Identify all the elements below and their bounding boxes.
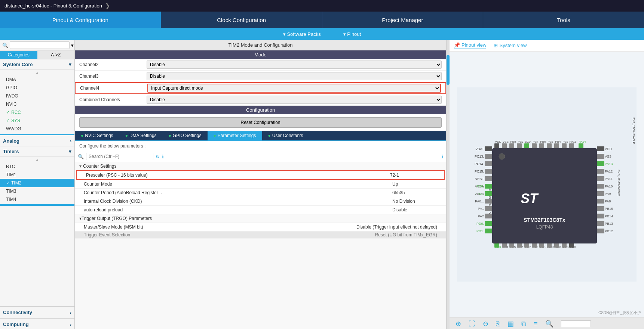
sidebar-item-tim4[interactable]: TIM4	[0, 195, 74, 204]
param-autoreload: auto-reload preload Disable	[75, 206, 446, 214]
sidebar-item-sys[interactable]: SYS	[0, 117, 74, 125]
tab-dma-settings[interactable]: ● DMA Settings	[119, 131, 163, 140]
fit-icon[interactable]: ⛶	[469, 320, 475, 328]
sidebar-item-wwdg[interactable]: WWDG	[0, 125, 74, 133]
search-params-icon: 🔍	[78, 154, 84, 159]
svg-rect-72	[569, 143, 574, 149]
sidebar-item-iwdg[interactable]: IWDG	[0, 92, 74, 100]
right-panel: 📌 Pinout view ⊞ System view SYS_JTCK-SWC…	[450, 40, 644, 329]
tab-pinout-view[interactable]: 📌 Pinout view	[454, 42, 486, 49]
channel4-select[interactable]: Input Capture direct mode	[147, 84, 441, 93]
svg-text:PC15.: PC15.	[475, 170, 484, 173]
sidebar-section-connectivity[interactable]: Connectivity ›	[0, 306, 74, 318]
reset-config-button[interactable]: Reset Configuration	[79, 117, 442, 128]
copy-icon[interactable]: ⎘	[496, 320, 500, 328]
subnav-software-packs[interactable]: ▾ Software Packs	[283, 31, 321, 37]
tab-clock-configuration[interactable]: Clock Configuration	[161, 12, 322, 28]
tab-project-manager[interactable]: Project Manager	[322, 12, 484, 28]
list-icon[interactable]: ≡	[534, 320, 538, 328]
params-header: Configure the below parameters :	[75, 141, 446, 151]
svg-rect-70	[554, 143, 559, 149]
svg-rect-105	[485, 184, 492, 189]
channel2-select[interactable]: Disable	[147, 60, 442, 69]
sidebar-item-dma[interactable]: DMA	[0, 75, 74, 84]
sidebar-section-computing[interactable]: Computing ›	[0, 318, 74, 329]
svg-text:PA15: PA15	[570, 140, 577, 143]
tab-categories[interactable]: Categories	[0, 51, 37, 59]
split-icon[interactable]: ⧉	[521, 320, 526, 328]
svg-text:PA0...: PA0...	[475, 199, 484, 203]
sidebar-item-gpio[interactable]: GPIO	[0, 84, 74, 92]
sidebar-search-input[interactable]	[10, 41, 70, 49]
svg-text:NRST: NRST	[475, 177, 484, 181]
svg-point-101	[499, 153, 505, 159]
tab-nvic-settings[interactable]: ● NVIC Settings	[75, 131, 119, 140]
sidebar-section-analog[interactable]: Analog ›	[0, 136, 74, 146]
combined-channels-select[interactable]: Disable	[147, 96, 442, 104]
svg-text:PA11: PA11	[605, 177, 613, 181]
center-scrollbar[interactable]	[447, 40, 450, 329]
tab-tools[interactable]: Tools	[483, 12, 644, 28]
svg-rect-39	[597, 154, 604, 159]
param-counter-mode: Counter Mode Up	[75, 180, 446, 189]
dropdown-icon[interactable]: ▾	[71, 43, 74, 48]
channel3-select[interactable]: Disable	[147, 72, 442, 80]
tab-pinout-configuration[interactable]: Pinout & Configuration	[0, 12, 161, 28]
svg-rect-23	[485, 199, 492, 204]
sidebar-item-tim1[interactable]: TIM1	[0, 171, 74, 179]
zoom-out-icon[interactable]: ⊖	[483, 320, 488, 328]
svg-text:BC0.: BC0.	[525, 140, 531, 143]
params-search-input[interactable]	[86, 153, 153, 160]
svg-rect-96	[485, 221, 492, 226]
settings-tabs: ● NVIC Settings ● DMA Settings ● GPIO Se…	[75, 131, 446, 141]
params-search-bar: 🔍 ↻ ℹ ℹ	[75, 151, 446, 162]
mode-section-header: Mode	[75, 50, 446, 59]
main-layout: 🔍 ▾ ⚙ Categories A->Z System Core ▾ ▲ DM…	[0, 40, 644, 329]
sidebar-section-system-core[interactable]: System Core ▾	[0, 59, 74, 70]
chip-area: SYS_JTCK-SWCLK TIM2_CH4 RCC_OSC_IN RCC_O…	[450, 52, 644, 317]
search-bottom-icon[interactable]: 🔍	[545, 320, 553, 328]
layout-icon[interactable]: ▦	[507, 320, 514, 328]
svg-text:PB7: PB7	[533, 140, 539, 143]
svg-text:PD0.: PD0.	[476, 222, 484, 226]
chevron-down-icon-timers: ▾	[69, 149, 71, 154]
svg-text:PA10: PA10	[605, 184, 613, 188]
svg-text:VDD: VDD	[495, 140, 502, 143]
sidebar-section-timers[interactable]: Timers ▾	[0, 146, 74, 157]
tab-az[interactable]: A->Z	[37, 51, 75, 59]
chevron-right-icon: ›	[70, 138, 71, 144]
zoom-in-icon[interactable]: ⊕	[456, 320, 461, 328]
sidebar-item-tim2[interactable]: ✓ TIM2	[0, 179, 74, 187]
svg-rect-71	[562, 143, 567, 149]
svg-text:PB9: PB9	[518, 140, 524, 143]
sidebar-item-rtc[interactable]: RTC	[0, 162, 74, 171]
sidebar-item-tim3[interactable]: TIM3	[0, 187, 74, 195]
sidebar-tabs: Categories A->Z	[0, 51, 74, 59]
svg-text:PB15: PB15	[605, 207, 613, 211]
tab-user-constants[interactable]: ● User Constants	[262, 131, 309, 140]
subnav-pinout[interactable]: ▾ Pinout	[343, 31, 361, 37]
info-right-icon[interactable]: ℹ	[441, 154, 443, 159]
svg-text:PD0.: PD0.	[476, 184, 484, 188]
svg-text:PA12: PA12	[605, 170, 613, 173]
svg-text:PA9: PA9	[605, 192, 611, 196]
svg-text:STM32F103C8Tx: STM32F103C8Tx	[524, 217, 565, 223]
svg-rect-73	[579, 143, 583, 149]
info-icon[interactable]: ℹ	[162, 154, 164, 159]
tab-gpio-settings[interactable]: ● GPIO Settings	[163, 131, 208, 140]
svg-rect-48	[597, 221, 604, 226]
counter-settings-section: ▾ Counter Settings	[75, 162, 446, 170]
refresh-icon[interactable]: ↻	[156, 154, 160, 159]
sidebar-item-nvic[interactable]: NVIC	[0, 100, 74, 108]
sidebar-item-rcc[interactable]: RCC	[0, 108, 74, 117]
svg-rect-41	[597, 169, 604, 174]
svg-rect-64	[509, 143, 514, 149]
scrollbar-thumb[interactable]	[447, 55, 450, 85]
svg-text:PB8: PB8	[510, 140, 516, 143]
svg-text:VSS: VSS	[605, 155, 611, 158]
svg-rect-47	[597, 214, 604, 218]
svg-rect-66	[524, 143, 529, 149]
bottom-search-input[interactable]	[561, 320, 591, 327]
tab-parameter-settings[interactable]: ● Parameter Settings	[208, 131, 262, 140]
tab-system-view[interactable]: ⊞ System view	[494, 43, 527, 49]
